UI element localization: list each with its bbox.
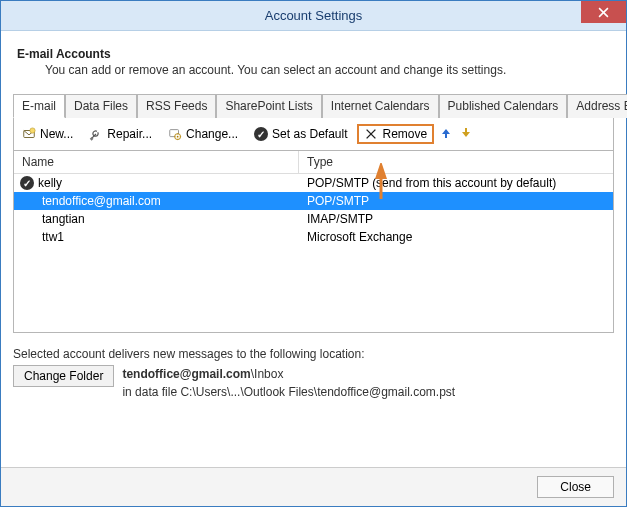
tab-rss-feeds[interactable]: RSS Feeds	[137, 94, 216, 118]
move-up-button[interactable]	[438, 127, 454, 141]
section-subheading: You can add or remove an account. You ca…	[45, 63, 614, 77]
new-icon	[22, 127, 36, 141]
delivery-section: Selected account delivers new messages t…	[13, 347, 614, 401]
close-button[interactable]: Close	[537, 476, 614, 498]
section-heading: E-mail Accounts	[17, 47, 614, 61]
dialog-body: E-mail Accounts You can add or remove an…	[1, 31, 626, 467]
account-row[interactable]: tangtianIMAP/SMTP	[14, 210, 613, 228]
account-name: tendoffice@gmail.com	[42, 194, 161, 208]
remove-icon	[364, 127, 378, 141]
account-row[interactable]: ttw1Microsoft Exchange	[14, 228, 613, 246]
tab-internet-calendars[interactable]: Internet Calendars	[322, 94, 439, 118]
tab-address-books[interactable]: Address Books	[567, 94, 627, 118]
account-row[interactable]: tendoffice@gmail.comPOP/SMTP	[14, 192, 613, 210]
svg-point-3	[30, 128, 35, 133]
change-folder-button[interactable]: Change Folder	[13, 365, 114, 387]
check-circle-icon: ✓	[254, 127, 268, 141]
delivery-text: tendoffice@gmail.com\Inbox in data file …	[122, 365, 455, 401]
delivery-location-main: tendoffice@gmail.com	[122, 367, 250, 381]
titlebar: Account Settings	[1, 1, 626, 31]
account-name: ttw1	[42, 230, 64, 244]
remove-button[interactable]: Remove	[357, 124, 434, 144]
list-rows: ✓kellyPOP/SMTP (send from this account b…	[14, 174, 613, 246]
repair-button[interactable]: Repair...	[83, 125, 158, 143]
change-label: Change...	[186, 127, 238, 141]
change-button[interactable]: Change...	[162, 125, 244, 143]
tab-data-files[interactable]: Data Files	[65, 94, 137, 118]
tab-email[interactable]: E-mail	[13, 94, 65, 118]
list-header: Name Type	[14, 151, 613, 174]
tab-published-calendars[interactable]: Published Calendars	[439, 94, 568, 118]
window-close-button[interactable]	[581, 1, 626, 23]
accounts-list: Name Type ✓kellyPOP/SMTP (send from this…	[13, 151, 614, 333]
close-icon	[598, 7, 609, 18]
repair-icon	[89, 127, 103, 141]
account-name: kelly	[38, 176, 62, 190]
delivery-location-sub: \Inbox	[251, 367, 284, 381]
move-down-button[interactable]	[458, 127, 474, 141]
remove-label: Remove	[382, 127, 427, 141]
account-type: IMAP/SMTP	[299, 212, 613, 226]
account-type: Microsoft Exchange	[299, 230, 613, 244]
delivery-label: Selected account delivers new messages t…	[13, 347, 614, 361]
set-default-label: Set as Default	[272, 127, 347, 141]
account-name: tangtian	[42, 212, 85, 226]
arrow-up-icon	[440, 127, 452, 139]
account-type: POP/SMTP (send from this account by defa…	[299, 176, 613, 190]
dialog-footer: Close	[1, 467, 626, 506]
repair-label: Repair...	[107, 127, 152, 141]
toolbar: New... Repair... Change... ✓	[13, 118, 614, 151]
account-settings-dialog: Account Settings E-mail Accounts You can…	[0, 0, 627, 507]
arrow-down-icon	[460, 127, 472, 139]
column-name[interactable]: Name	[14, 151, 299, 173]
delivery-datafile: in data file C:\Users\...\Outlook Files\…	[122, 383, 455, 401]
tabstrip: E-mail Data Files RSS Feeds SharePoint L…	[13, 93, 614, 118]
set-default-button[interactable]: ✓ Set as Default	[248, 125, 353, 143]
change-icon	[168, 127, 182, 141]
window-title: Account Settings	[265, 8, 363, 23]
tab-sharepoint-lists[interactable]: SharePoint Lists	[216, 94, 321, 118]
column-type[interactable]: Type	[299, 151, 613, 173]
new-label: New...	[40, 127, 73, 141]
account-type: POP/SMTP	[299, 194, 613, 208]
new-button[interactable]: New...	[16, 125, 79, 143]
account-row[interactable]: ✓kellyPOP/SMTP (send from this account b…	[14, 174, 613, 192]
svg-point-7	[177, 136, 179, 138]
default-check-icon: ✓	[20, 176, 34, 190]
